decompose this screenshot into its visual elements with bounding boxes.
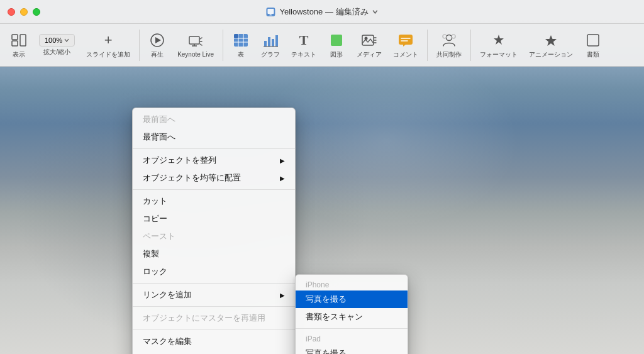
slide-canvas[interactable]: 最前面へ 最背面へ オブジェクトを整列 ▶ オブジェクトを均等に配置 ▶ カット… [0, 67, 644, 354]
iphone-section-label: iPhone [296, 277, 408, 290]
svg-rect-21 [264, 41, 267, 47]
chart-icon [262, 31, 279, 49]
traffic-lights [8, 8, 40, 16]
toolbar-zoom[interactable]: 100% 拡大/縮小 [34, 31, 80, 59]
view-label: 表示 [13, 50, 25, 59]
toolbar-animate[interactable]: アニメーション [524, 29, 578, 62]
toolbar-media[interactable]: メディア [352, 29, 387, 62]
toolbar-divider-4 [470, 30, 471, 61]
format-label: フォーマット [480, 50, 518, 59]
toolbar-shape[interactable]: 図形 [323, 29, 350, 62]
app-window: Yellowstone — 編集済み 表示 100% [0, 0, 644, 354]
svg-rect-29 [399, 35, 413, 45]
svg-line-14 [200, 44, 202, 45]
submenu-scan-doc-iphone[interactable]: 書類をスキャン [296, 308, 408, 326]
svg-rect-5 [12, 41, 18, 46]
toolbar-collaborate[interactable]: 共同制作 [431, 29, 467, 62]
svg-point-28 [364, 36, 367, 40]
separator-1 [133, 148, 295, 149]
separator-4 [133, 306, 295, 307]
submenu-arrow-2: ▶ [280, 175, 285, 182]
zoom-value: 100% [45, 36, 62, 44]
animate-icon [542, 31, 560, 49]
toolbar-divider-3 [427, 30, 428, 61]
toolbar-play[interactable]: 再生 [143, 29, 171, 62]
text-icon: T [295, 31, 313, 49]
format-icon [490, 31, 508, 49]
toolbar-chart[interactable]: グラフ [256, 29, 285, 62]
shape-icon [328, 31, 345, 49]
submenu-take-photo-ipad[interactable]: 写真を撮る [296, 345, 408, 354]
separator-5 [133, 329, 295, 330]
toolbar-divider-1 [139, 30, 140, 61]
menu-copy[interactable]: コピー [133, 210, 295, 228]
menu-arrange-objects[interactable]: オブジェクトを整列 ▶ [133, 152, 295, 169]
play-icon [148, 31, 166, 49]
toolbar-document[interactable]: 書類 [579, 29, 607, 62]
zoom-chevron-icon [64, 38, 69, 42]
svg-point-32 [446, 35, 452, 40]
submenu-separator [296, 328, 408, 329]
submenu-take-photo-iphone[interactable]: 写真を撮る [296, 290, 408, 308]
svg-rect-4 [12, 35, 18, 40]
menu-paste[interactable]: ペースト [133, 228, 295, 245]
menu-reset-mask[interactable]: マスクをリセット [133, 350, 295, 354]
toolbar-table[interactable]: 表 [227, 29, 255, 62]
svg-rect-20 [234, 34, 238, 38]
minimize-button[interactable] [20, 8, 28, 16]
menu-bring-to-front[interactable]: 最前面へ [133, 111, 295, 128]
view-icon [10, 31, 28, 49]
svg-point-34 [452, 35, 455, 38]
menu-duplicate[interactable]: 複製 [133, 245, 295, 263]
submenu-arrow: ▶ [280, 157, 285, 164]
collaborate-icon [440, 31, 458, 49]
svg-marker-8 [155, 37, 161, 43]
svg-rect-35 [587, 35, 599, 46]
svg-rect-26 [331, 35, 342, 46]
menu-send-to-back[interactable]: 最背面へ [133, 128, 295, 146]
toolbar-add-slide[interactable]: + スライドを追加 [81, 29, 135, 62]
svg-rect-27 [362, 35, 374, 45]
menu-reapply-master[interactable]: オブジェクトにマスターを再適用 [133, 309, 295, 327]
window-title: Yellowstone — 編集済み [279, 6, 368, 18]
context-menu: 最前面へ 最背面へ オブジェクトを整列 ▶ オブジェクトを均等に配置 ▶ カット… [132, 108, 296, 354]
media-label: メディア [357, 50, 382, 59]
comment-label: コメント [393, 50, 418, 59]
menu-add-link[interactable]: リンクを追加 ▶ [133, 286, 295, 304]
svg-line-12 [200, 38, 202, 39]
separator-3 [133, 283, 295, 284]
table-icon [232, 31, 250, 49]
menu-cut[interactable]: カット [133, 192, 295, 210]
chart-label: グラフ [261, 50, 280, 59]
menu-lock[interactable]: ロック [133, 263, 295, 280]
animate-label: アニメーション [529, 50, 573, 59]
maximize-button[interactable] [33, 8, 40, 16]
text-label: テキスト [291, 50, 316, 59]
shape-label: 図形 [330, 50, 343, 59]
zoom-control[interactable]: 100% [39, 34, 75, 47]
table-label: 表 [238, 50, 244, 59]
media-icon [360, 31, 378, 49]
titlebar-center: Yellowstone — 編集済み [265, 6, 378, 18]
zoom-label: 拡大/縮小 [43, 48, 70, 57]
toolbar-text[interactable]: T テキスト [286, 29, 321, 62]
toolbar-keynote-live[interactable]: Keynote Live [172, 30, 219, 60]
svg-rect-1 [267, 9, 274, 14]
menu-edit-mask[interactable]: マスクを編集 [133, 333, 295, 350]
toolbar-view[interactable]: 表示 [5, 29, 33, 62]
add-slide-label: スライドを追加 [86, 50, 130, 59]
toolbar-divider-2 [223, 30, 223, 61]
titlebar: Yellowstone — 編集済み [0, 0, 644, 24]
toolbar-format[interactable]: フォーマット [475, 29, 523, 62]
menu-distribute-objects[interactable]: オブジェクトを均等に配置 ▶ [133, 169, 295, 187]
comment-icon [397, 31, 414, 49]
svg-point-33 [443, 35, 447, 38]
toolbar-comment[interactable]: コメント [388, 29, 423, 62]
add-slide-icon: + [99, 31, 117, 49]
separator-2 [133, 189, 295, 190]
svg-rect-9 [189, 36, 199, 44]
close-button[interactable] [8, 8, 15, 16]
keynote-app-icon [265, 7, 275, 17]
document-label: 書類 [587, 50, 599, 59]
collaborate-label: 共同制作 [436, 50, 462, 59]
